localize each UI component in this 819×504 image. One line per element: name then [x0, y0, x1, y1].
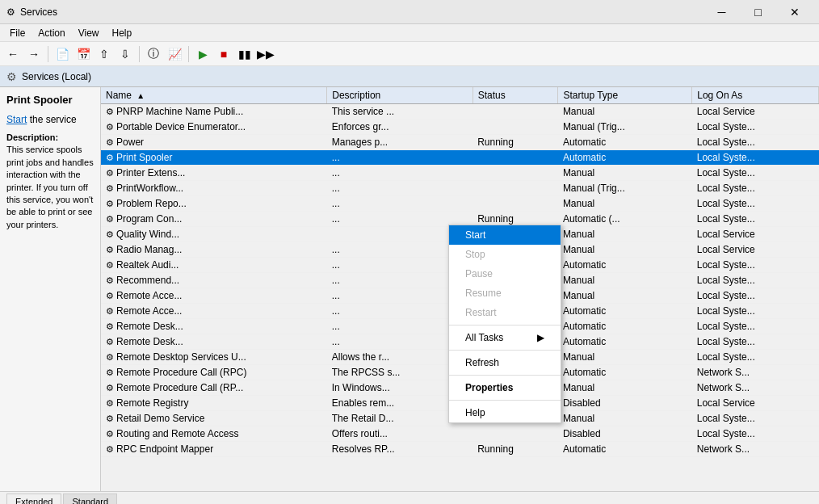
table-cell: ⚙ Recommend... — [101, 273, 327, 288]
table-row[interactable]: ⚙ PrintWorkflow......Manual (Trig...Loca… — [101, 181, 819, 196]
toolbar-forward[interactable]: → — [24, 44, 44, 64]
sidebar-title: Print Spooler — [6, 94, 94, 106]
table-cell: ⚙ Remote Desktop Services U... — [101, 350, 327, 365]
col-name[interactable]: Name ▲ — [101, 87, 327, 104]
table-cell: ... — [327, 181, 472, 196]
table-cell — [472, 104, 558, 120]
toolbar-restart[interactable]: ▶▶ — [256, 44, 275, 64]
toolbar-sep-1 — [48, 46, 48, 62]
table-cell: Local Service — [692, 227, 819, 242]
table-row[interactable]: ⚙ Portable Device Enumerator...Enforces … — [101, 120, 819, 135]
table-cell: Network S... — [692, 442, 819, 457]
service-icon: ⚙ — [106, 107, 116, 116]
col-status[interactable]: Status — [472, 87, 558, 104]
sidebar-desc-label: Description: This service spools print j… — [6, 132, 94, 231]
app-icon: ⚙ — [6, 6, 15, 18]
ctx-resume[interactable]: Resume — [449, 284, 561, 303]
table-cell: Local Syste... — [692, 304, 819, 319]
toolbar-btn6[interactable]: 📈 — [165, 44, 184, 64]
ctx-properties[interactable]: Properties — [449, 378, 561, 397]
toolbar-help-info[interactable]: ⓘ — [144, 44, 163, 64]
menu-view[interactable]: View — [72, 26, 106, 40]
table-row[interactable]: ⚙ PNRP Machine Name Publi...This service… — [101, 104, 819, 120]
sort-arrow: ▲ — [136, 91, 145, 100]
ctx-help[interactable]: Help — [449, 403, 561, 422]
table-cell: ⚙ Remote Desk... — [101, 319, 327, 334]
ctx-start[interactable]: Start — [449, 225, 561, 245]
toolbar-back[interactable]: ← — [3, 44, 23, 64]
table-cell: Local Syste... — [692, 411, 819, 426]
table-cell: ⚙ Remote Procedure Call (RPC) — [101, 365, 327, 380]
table-row[interactable]: ⚙ Printer Extens......ManualLocal Syste.… — [101, 166, 819, 181]
ctx-alltasks[interactable]: All Tasks — [449, 328, 561, 347]
toolbar-play[interactable]: ▶ — [193, 44, 212, 64]
ctx-pause[interactable]: Pause — [449, 264, 561, 284]
maximize-button[interactable]: □ — [740, 0, 776, 24]
minimize-button[interactable]: ─ — [704, 0, 740, 24]
table-row[interactable]: ⚙ PowerManages p...RunningAutomaticLocal… — [101, 135, 819, 150]
col-logon[interactable]: Log On As — [692, 87, 819, 104]
table-cell: ⚙ Retail Demo Service — [101, 411, 327, 426]
table-cell: Manual — [558, 288, 692, 304]
table-row[interactable]: ⚙ Routing and Remote AccessOffers routi.… — [101, 426, 819, 442]
close-button[interactable]: ✕ — [776, 0, 813, 24]
table-row[interactable]: ⚙ Problem Repo......ManualLocal Syste... — [101, 196, 819, 212]
table-cell — [472, 166, 558, 181]
sidebar-description: This service spools print jobs and handl… — [6, 145, 94, 229]
toolbar-up[interactable]: 📄 — [52, 44, 72, 64]
menu-bar: File Action View Help — [0, 24, 819, 42]
toolbar-btn3[interactable]: ⇧ — [94, 44, 114, 64]
service-icon: ⚙ — [106, 168, 116, 178]
tab-standard[interactable]: Standard — [63, 494, 117, 504]
table-cell: Local Syste... — [692, 212, 819, 227]
ctx-sep-3 — [449, 375, 561, 376]
service-icon: ⚙ — [106, 199, 116, 208]
toolbar-btn2[interactable]: 📅 — [74, 44, 93, 64]
table-cell: Local Syste... — [692, 181, 819, 196]
service-icon: ⚙ — [106, 229, 116, 239]
table-cell: Resolves RP... — [327, 442, 472, 457]
table-row[interactable]: ⚙ RPC Endpoint MapperResolves RP...Runni… — [101, 442, 819, 457]
sidebar-link-row: Start the service — [6, 114, 94, 125]
context-menu: Start Stop Pause Resume Restart All Task… — [448, 225, 561, 423]
table-cell: ... — [327, 196, 472, 212]
table-cell: ⚙ RPC Endpoint Mapper — [101, 442, 327, 457]
table-cell: Manual (Trig... — [558, 181, 692, 196]
table-cell — [472, 426, 558, 442]
sidebar-start-link[interactable]: Start — [6, 114, 27, 125]
table-row[interactable]: ⚙ Print Spooler...AutomaticLocal Syste..… — [101, 150, 819, 166]
table-cell: Local Syste... — [692, 273, 819, 288]
service-icon: ⚙ — [106, 337, 116, 346]
ctx-restart[interactable]: Restart — [449, 303, 561, 322]
table-cell: ... — [327, 166, 472, 181]
breadcrumb-icon: ⚙ — [6, 70, 17, 83]
toolbar-pause[interactable]: ▮▮ — [235, 44, 254, 64]
table-container[interactable]: Name ▲ Description Status Startup Type L… — [101, 87, 819, 491]
toolbar-btn4[interactable]: ⇩ — [116, 44, 135, 64]
service-icon: ⚙ — [106, 429, 116, 439]
table-cell: Manual — [558, 411, 692, 426]
sidebar-link-suffix: the service — [27, 114, 76, 125]
menu-action[interactable]: Action — [32, 26, 71, 40]
menu-file[interactable]: File — [3, 26, 32, 40]
table-cell: ⚙ Routing and Remote Access — [101, 426, 327, 442]
tab-extended[interactable]: Extended — [6, 494, 61, 504]
table-cell: Manual — [558, 273, 692, 288]
service-icon: ⚙ — [106, 383, 116, 393]
menu-help[interactable]: Help — [106, 26, 139, 40]
table-cell: Running — [472, 135, 558, 150]
table-cell: Local Service — [692, 396, 819, 411]
table-cell: Manual — [558, 196, 692, 212]
table-cell: Network S... — [692, 365, 819, 380]
table-cell: Local Service — [692, 242, 819, 258]
ctx-refresh[interactable]: Refresh — [449, 353, 561, 372]
table-header: Name ▲ Description Status Startup Type L… — [101, 87, 819, 104]
col-desc[interactable]: Description — [327, 87, 472, 104]
table-cell: Manual — [558, 227, 692, 242]
toolbar-stop[interactable]: ■ — [214, 44, 233, 64]
table-cell: Running — [472, 442, 558, 457]
ctx-stop[interactable]: Stop — [449, 245, 561, 264]
window-title: Services — [20, 6, 57, 18]
col-startup[interactable]: Startup Type — [558, 87, 692, 104]
table-cell: ⚙ Remote Registry — [101, 396, 327, 411]
